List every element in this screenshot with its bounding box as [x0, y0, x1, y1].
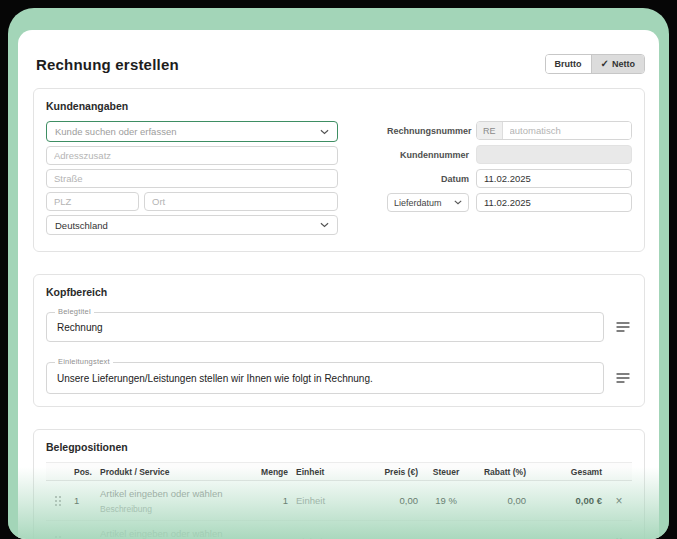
remove-row-button[interactable]: ×: [615, 495, 622, 507]
invoice-number-prefix: RE: [477, 122, 503, 139]
date-label: Datum: [387, 174, 469, 184]
country-select[interactable]: Deutschland: [46, 215, 338, 235]
chevron-down-icon: [320, 222, 329, 228]
row-total: 0,00 €: [530, 536, 606, 539]
country-value: Deutschland: [55, 220, 108, 231]
doc-title-row: Belegtitel Rechnung: [46, 312, 632, 342]
doc-title-field[interactable]: Belegtitel Rechnung: [46, 312, 604, 342]
delivery-date-type-select[interactable]: Lieferdatum: [387, 193, 469, 212]
col-pos: Pos.: [70, 467, 96, 477]
card-header: Rechnung erstellen Brutto ✓ Netto: [33, 30, 645, 88]
col-unit: Einheit: [292, 467, 356, 477]
city-input[interactable]: [144, 192, 338, 211]
positions-table-header: Pos. Produkt / Service Menge Einheit Pre…: [46, 462, 632, 481]
customer-section: Kundenangaben Kunde suchen oder erfassen: [33, 88, 645, 252]
unit-select[interactable]: Einheit: [292, 495, 356, 506]
delivery-date-type-value: Lieferdatum: [394, 198, 442, 208]
intro-text-value: Unsere Lieferungen/Leistungen stellen wi…: [57, 373, 373, 384]
customer-section-title: Kundenangaben: [46, 100, 632, 112]
date-row: Datum: [387, 169, 632, 188]
text-template-icon: [616, 372, 630, 384]
delivery-date-row: Lieferdatum: [387, 193, 632, 212]
text-template-icon: [616, 321, 630, 333]
price-input[interactable]: 0,00: [356, 536, 422, 539]
position-number: 1: [70, 495, 96, 506]
text-template-icon-button[interactable]: [614, 319, 632, 335]
doc-title-label: Belegtitel: [55, 307, 94, 316]
zip-city-row: [46, 192, 338, 211]
invoice-number-input[interactable]: [503, 122, 631, 139]
page-title: Rechnung erstellen: [36, 56, 179, 73]
col-tax: Steuer: [422, 467, 470, 477]
product-placeholder: Artikel eingeben oder wählen: [100, 488, 250, 499]
brutto-label: Brutto: [555, 59, 582, 69]
date-input[interactable]: [476, 169, 632, 188]
customer-select-placeholder: Kunde suchen oder erfassen: [55, 126, 176, 137]
product-input[interactable]: Artikel eingeben oder wählen Beschreibun…: [96, 488, 254, 514]
intro-text-field[interactable]: Einleitungstext Unsere Lieferungen/Leist…: [46, 362, 604, 394]
invoice-form-card: Rechnung erstellen Brutto ✓ Netto Kunden…: [18, 30, 659, 539]
row-total: 0,00 €: [530, 495, 606, 506]
brutto-netto-toggle: Brutto ✓ Netto: [545, 54, 645, 74]
customer-number-label: Kundennummer: [387, 150, 469, 160]
street-input[interactable]: [46, 169, 338, 188]
col-price: Preis (€): [356, 467, 422, 477]
col-quantity: Menge: [254, 467, 292, 477]
chevron-down-icon: [454, 200, 462, 205]
check-icon: ✓: [601, 59, 609, 69]
tax-select[interactable]: 19 %: [422, 536, 470, 539]
kopfbereich-section: Kopfbereich Belegtitel Rechnung Einleitu…: [33, 274, 645, 407]
netto-label: Netto: [612, 59, 635, 69]
netto-button[interactable]: ✓ Netto: [591, 55, 644, 73]
description-placeholder[interactable]: Beschreibung: [100, 504, 250, 514]
doc-title-value: Rechnung: [57, 322, 103, 333]
col-discount: Rabatt (%): [470, 467, 530, 477]
app-frame: Rechnung erstellen Brutto ✓ Netto Kunden…: [8, 8, 669, 539]
positions-section: Belegpositionen Pos. Produkt / Service M…: [33, 429, 645, 539]
discount-input[interactable]: 0,00: [470, 536, 530, 539]
col-total: Gesamt: [530, 467, 606, 477]
product-placeholder: Artikel eingeben oder wählen: [100, 528, 250, 539]
customer-columns: Kunde suchen oder erfassen Deutschland: [46, 121, 632, 239]
positions-section-title: Belegpositionen: [46, 441, 632, 453]
quantity-input[interactable]: 1: [254, 495, 292, 506]
customer-number-input: [476, 145, 632, 164]
address-extra-input[interactable]: [46, 146, 338, 165]
price-input[interactable]: 0,00: [356, 495, 422, 506]
unit-select[interactable]: Einheit: [292, 536, 356, 539]
text-template-icon-button[interactable]: [614, 370, 632, 386]
invoice-number-row: Rechnungsnummer RE: [387, 121, 632, 140]
invoice-number-field: RE: [476, 121, 632, 140]
chevron-down-icon: [320, 129, 329, 135]
customer-number-row: Kundennummer: [387, 145, 632, 164]
kopfbereich-section-title: Kopfbereich: [46, 286, 632, 298]
page-background: Rechnung erstellen Brutto ✓ Netto Kunden…: [0, 0, 677, 539]
product-input[interactable]: Artikel eingeben oder wählen Beschreibun…: [96, 528, 254, 539]
delivery-date-input[interactable]: [476, 193, 632, 212]
position-row-1: 1 Artikel eingeben oder wählen Beschreib…: [46, 481, 632, 521]
quantity-input[interactable]: 1: [254, 536, 292, 539]
invoice-meta-column: Rechnungsnummer RE Kundennummer Datum: [387, 121, 632, 239]
brutto-button[interactable]: Brutto: [546, 55, 591, 73]
drag-handle-icon[interactable]: [54, 535, 62, 539]
customer-address-column: Kunde suchen oder erfassen Deutschland: [46, 121, 338, 239]
position-number: 2: [70, 536, 96, 539]
intro-text-label: Einleitungstext: [55, 357, 113, 366]
drag-handle-icon[interactable]: [54, 495, 62, 507]
customer-select[interactable]: Kunde suchen oder erfassen: [46, 121, 338, 142]
col-product: Produkt / Service: [96, 467, 254, 477]
position-row-2: 2 Artikel eingeben oder wählen Beschreib…: [46, 521, 632, 539]
remove-row-button[interactable]: ×: [615, 535, 622, 539]
discount-input[interactable]: 0,00: [470, 495, 530, 506]
intro-text-row: Einleitungstext Unsere Lieferungen/Leist…: [46, 362, 632, 394]
invoice-number-label: Rechnungsnummer: [387, 126, 469, 136]
zip-input[interactable]: [46, 192, 139, 211]
tax-select[interactable]: 19 %: [422, 495, 470, 506]
